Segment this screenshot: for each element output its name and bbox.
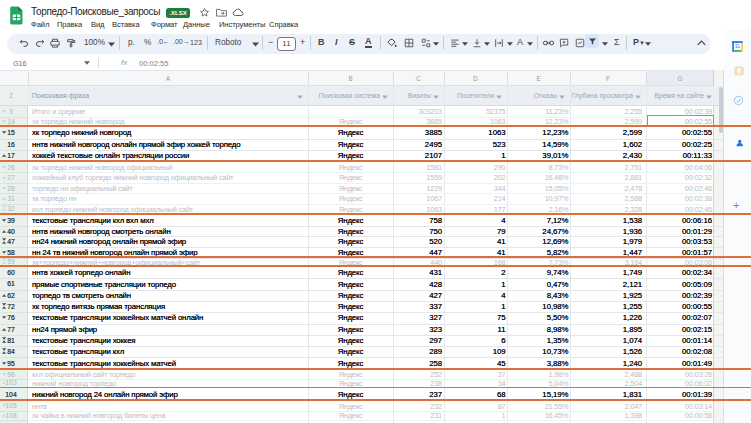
- svg-text:31: 31: [735, 44, 741, 49]
